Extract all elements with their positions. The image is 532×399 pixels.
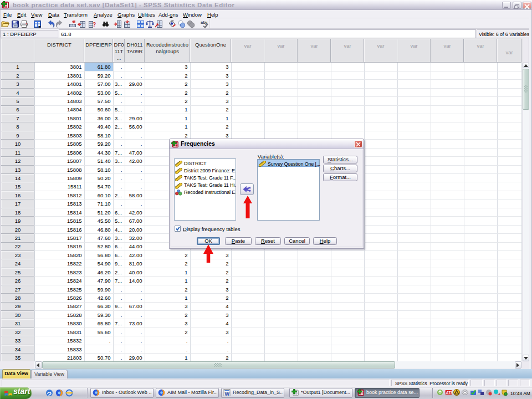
svg-text:?: ? (93, 22, 96, 28)
svg-text:W: W (225, 391, 230, 397)
svg-text:ATI: ATI (446, 391, 453, 395)
